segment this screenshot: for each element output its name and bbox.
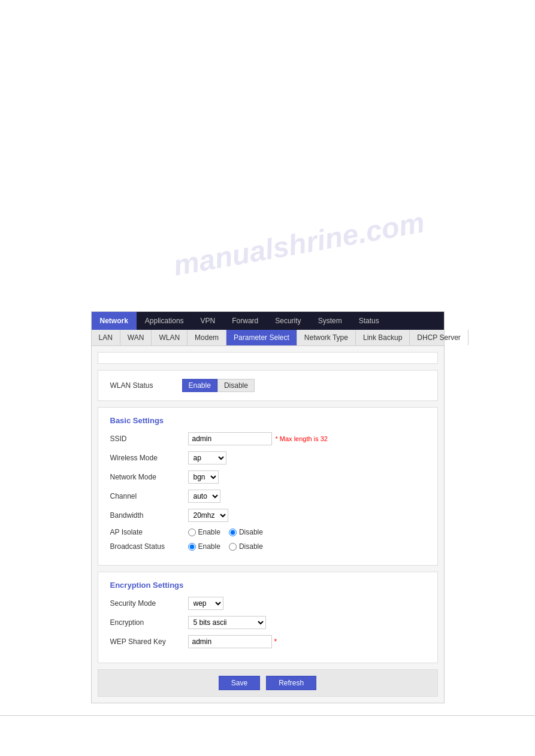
wep-key-label: WEP Shared Key [110,637,188,646]
broadcast-enable-radio[interactable] [188,543,196,551]
wep-key-row: WEP Shared Key * [110,635,425,648]
encryption-select[interactable]: 5 bits ascii 13 bits ascii 10 bits hex 2… [188,616,266,629]
sub-nav-lan[interactable]: LAN [92,330,120,345]
ap-isolate-disable-radio[interactable] [229,529,237,536]
wlan-enable-button[interactable]: Enable [182,379,217,392]
encryption-settings-section: Encryption Settings Security Mode wep wp… [98,572,438,663]
bandwidth-row: Bandwidth 20mhz 40mhz [110,509,425,522]
broadcast-enable-option[interactable]: Enable [188,542,220,551]
broadcast-disable-option[interactable]: Disable [229,542,263,551]
nav-item-applications[interactable]: Applications [137,312,192,330]
nav-item-network[interactable]: Network [92,312,137,330]
save-button[interactable]: Save [219,676,260,690]
sub-nav-network-type[interactable]: Network Type [297,330,356,345]
sub-nav-wlan[interactable]: WLAN [152,330,188,345]
broadcast-status-row: Broadcast Status Enable Disable [110,542,425,551]
network-mode-select[interactable]: bgn bg b g n [188,470,219,484]
encryption-label: Encryption [110,618,188,627]
wlan-status-section: WLAN Status Enable Disable [98,370,438,401]
security-mode-row: Security Mode wep wpa wpa2 none [110,597,425,610]
broadcast-disable-radio[interactable] [229,543,237,551]
broadcast-disable-label: Disable [239,542,263,551]
progress-bar [98,352,438,364]
channel-select[interactable]: auto 1234 5678 91011 [188,490,220,503]
top-nav: Network Applications VPN Forward Securit… [92,312,444,330]
sub-nav-link-backup[interactable]: Link Backup [356,330,410,345]
page-wrapper: manualshrine.com Network Applications VP… [0,0,535,756]
ap-isolate-enable-radio[interactable] [188,529,196,536]
sub-nav-dhcp-server[interactable]: DHCP Server [410,330,468,345]
broadcast-status-radio-group: Enable Disable [188,542,263,551]
watermark: manualshrine.com [171,206,427,283]
ap-isolate-enable-label: Enable [198,528,220,536]
security-mode-select[interactable]: wep wpa wpa2 none [188,597,223,610]
wep-key-required: * [274,637,277,646]
wlan-disable-button[interactable]: Disable [217,379,255,392]
ap-isolate-enable-option[interactable]: Enable [188,528,220,536]
ssid-row: SSID * Max length is 32 [110,432,425,445]
nav-item-status[interactable]: Status [350,312,388,330]
security-mode-label: Security Mode [110,599,188,608]
bandwidth-label: Bandwidth [110,511,188,520]
basic-settings-title: Basic Settings [110,416,425,425]
broadcast-enable-label: Enable [198,542,220,551]
encryption-row: Encryption 5 bits ascii 13 bits ascii 10… [110,616,425,629]
router-ui: Network Applications VPN Forward Securit… [91,311,445,703]
sub-nav-modem[interactable]: Modem [188,330,226,345]
footer-bar: Save Refresh [98,669,438,697]
wep-key-input[interactable] [188,635,272,648]
encryption-settings-title: Encryption Settings [110,581,425,590]
wireless-mode-row: Wireless Mode ap client bridge [110,451,425,464]
nav-item-security[interactable]: Security [267,312,309,330]
nav-item-forward[interactable]: Forward [223,312,267,330]
ap-isolate-disable-option[interactable]: Disable [229,528,263,536]
basic-settings-section: Basic Settings SSID * Max length is 32 W… [98,407,438,566]
wireless-mode-label: Wireless Mode [110,454,188,462]
bottom-divider [0,715,535,716]
nav-item-system[interactable]: System [310,312,350,330]
sub-nav-wan[interactable]: WAN [120,330,152,345]
ssid-input[interactable] [188,432,272,445]
network-mode-row: Network Mode bgn bg b g n [110,470,425,484]
network-mode-label: Network Mode [110,473,188,481]
content-area: WLAN Status Enable Disable Basic Setting… [92,346,444,703]
refresh-button[interactable]: Refresh [266,676,316,690]
channel-label: Channel [110,492,188,500]
ap-isolate-row: AP Isolate Enable Disable [110,528,425,536]
ap-isolate-disable-label: Disable [239,528,263,536]
ap-isolate-label: AP Isolate [110,528,188,536]
ap-isolate-radio-group: Enable Disable [188,528,263,536]
sub-nav: LAN WAN WLAN Modem Parameter Select Netw… [92,330,444,346]
bandwidth-select[interactable]: 20mhz 40mhz [188,509,228,522]
ssid-hint: * Max length is 32 [276,435,328,442]
wlan-status-label: WLAN Status [110,381,170,390]
sub-nav-parameter-select[interactable]: Parameter Select [226,330,297,345]
channel-row: Channel auto 1234 5678 91011 [110,490,425,503]
ssid-label: SSID [110,435,188,443]
broadcast-status-label: Broadcast Status [110,542,188,551]
nav-item-vpn[interactable]: VPN [192,312,224,330]
wireless-mode-select[interactable]: ap client bridge [188,451,226,464]
